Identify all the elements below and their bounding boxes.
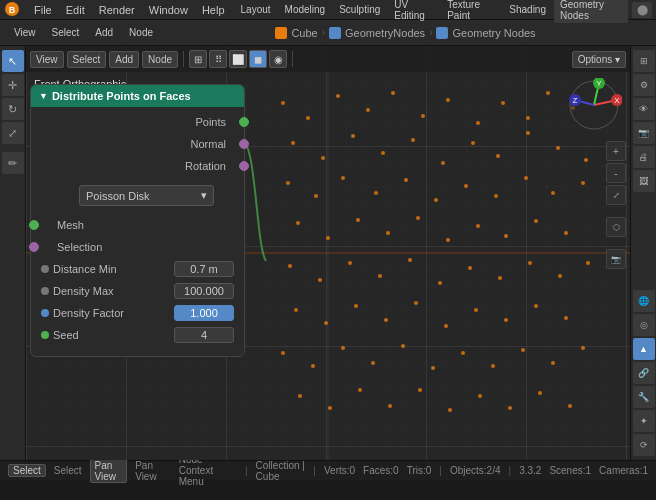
viewport[interactable]: View Select Add Node ⊞ ⠿ ⬜ ◼ ◉ Options ▾ <box>26 46 630 460</box>
right-panel-eye[interactable]: 👁 <box>633 98 655 120</box>
input-densfactor-row: Density Factor 1.000 <box>31 302 244 324</box>
menu-render[interactable]: Render <box>93 2 141 18</box>
output-rotation-label: Rotation <box>37 160 230 172</box>
status-sep4: | <box>509 465 512 476</box>
right-panel-constraint[interactable]: 🔗 <box>633 362 655 384</box>
tab-layout[interactable]: Layout <box>235 2 277 17</box>
input-selection-socket[interactable] <box>29 242 39 252</box>
input-densmax-value[interactable]: 100.000 <box>174 283 234 299</box>
status-objects: Objects:2/4 <box>450 465 501 476</box>
tool-annotate[interactable]: ✏ <box>2 152 24 174</box>
axis-gizmo[interactable]: X Y Z <box>567 78 622 133</box>
status-sep1: | <box>245 465 248 476</box>
vp-camera[interactable]: 📷 <box>606 249 626 269</box>
header-node-btn[interactable]: Node <box>123 25 159 40</box>
status-collection: Collection | Cube <box>256 460 306 482</box>
node-header[interactable]: ▼ Distribute Points on Faces <box>31 85 244 107</box>
right-panel-object[interactable]: ▲ <box>633 338 655 360</box>
tab-geometry-nodes[interactable]: Geometry Nodes <box>554 0 628 23</box>
status-sep3: | <box>439 465 442 476</box>
header-select-btn[interactable]: Select <box>46 25 86 40</box>
status-sep2: | <box>313 465 316 476</box>
menu-window[interactable]: Window <box>143 2 194 18</box>
dropdown-value: Poisson Disk <box>86 190 150 202</box>
right-panel-outliner[interactable]: ⊞ <box>633 50 655 72</box>
status-faces: Faces:0 <box>363 465 399 476</box>
header-add-btn[interactable]: Add <box>89 25 119 40</box>
tab-uv-editing[interactable]: UV Editing <box>388 0 439 23</box>
tool-move[interactable]: ✛ <box>2 74 24 96</box>
input-distmin-value[interactable]: 0.7 m <box>174 261 234 277</box>
vp-persp[interactable]: ⬡ <box>606 217 626 237</box>
input-densmax-label: Density Max <box>53 285 170 297</box>
header-bar: View Select Add Node Cube › GeometryNode… <box>0 20 656 46</box>
input-selection-row: Selection <box>31 236 244 258</box>
vp-icon-dots[interactable]: ⠿ <box>209 50 227 68</box>
main-area: ↖ ✛ ↻ ⤢ ✏ View Select Add Node ⊞ ⠿ ⬜ ◼ ◉ <box>0 46 656 460</box>
right-panel-world[interactable]: ◎ <box>633 314 655 336</box>
status-version: 3.3.2 <box>519 465 541 476</box>
menu-edit[interactable]: Edit <box>60 2 91 18</box>
breadcrumb-icon-node2 <box>436 27 448 39</box>
status-select-label: Select <box>54 465 82 476</box>
vp-zoom-out[interactable]: - <box>606 163 626 183</box>
viewport-toolbar: View Select Add Node ⊞ ⠿ ⬜ ◼ ◉ Options ▾ <box>26 46 630 72</box>
right-panel-output[interactable]: 🖨 <box>633 146 655 168</box>
status-tris: Tris:0 <box>407 465 432 476</box>
vp-icon-mesh[interactable]: ⬜ <box>229 50 247 68</box>
status-key-select: Select <box>8 464 46 477</box>
vp-add-btn[interactable]: Add <box>109 51 139 68</box>
input-mesh-row: Mesh <box>31 214 244 236</box>
tab-shading[interactable]: Shading <box>503 2 552 17</box>
output-points-socket[interactable] <box>239 117 249 127</box>
vp-zoom-in[interactable]: + <box>606 141 626 161</box>
breadcrumb-cube: Cube <box>291 27 317 39</box>
vp-select-btn[interactable]: Select <box>67 51 107 68</box>
svg-text:B: B <box>9 5 16 15</box>
vp-zoom-fit[interactable]: ⤢ <box>606 185 626 205</box>
input-distmin-row: Distance Min 0.7 m <box>31 258 244 280</box>
input-mesh-label: Mesh <box>57 219 234 231</box>
node-collapse-arrow[interactable]: ▼ <box>39 91 48 101</box>
right-panel-physics[interactable]: ⟳ <box>633 434 655 456</box>
vp-node-btn[interactable]: Node <box>142 51 178 68</box>
status-bar: Select Select Pan View Pan View Node Con… <box>0 460 656 480</box>
status-key-pan: Pan View <box>90 459 128 483</box>
node-panel: ▼ Distribute Points on Faces Points Norm… <box>30 84 245 357</box>
svg-text:X: X <box>614 96 620 105</box>
right-panel-particles[interactable]: ✦ <box>633 410 655 432</box>
input-mesh-socket[interactable] <box>29 220 39 230</box>
tab-texture-paint[interactable]: Texture Paint <box>441 0 501 23</box>
right-panel-modifier[interactable]: 🔧 <box>633 386 655 408</box>
header-view-btn[interactable]: View <box>8 25 42 40</box>
menu-help[interactable]: Help <box>196 2 231 18</box>
breadcrumb: Cube › GeometryNodes › Geometry Nodes <box>275 27 535 39</box>
output-rotation-socket[interactable] <box>239 161 249 171</box>
tool-select[interactable]: ↖ <box>2 50 24 72</box>
tab-modeling[interactable]: Modeling <box>279 2 332 17</box>
vp-icon-grid[interactable]: ⊞ <box>189 50 207 68</box>
input-densfactor-value[interactable]: 1.000 <box>174 305 234 321</box>
tool-scale[interactable]: ⤢ <box>2 122 24 144</box>
right-panel-view[interactable]: 🖼 <box>633 170 655 192</box>
vp-icon-mat[interactable]: ◼ <box>249 50 267 68</box>
input-seed-label: Seed <box>53 329 170 341</box>
input-seed-value[interactable]: 4 <box>174 327 234 343</box>
vp-icon-render[interactable]: ◉ <box>269 50 287 68</box>
tab-sculpting[interactable]: Sculpting <box>333 2 386 17</box>
input-densfactor-dot <box>41 309 49 317</box>
output-normal-socket[interactable] <box>239 139 249 149</box>
status-scenes: Scenes:1 <box>549 465 591 476</box>
right-panel-properties[interactable]: ⚙ <box>633 74 655 96</box>
status-verts: Verts:0 <box>324 465 355 476</box>
tool-rotate[interactable]: ↻ <box>2 98 24 120</box>
distribution-dropdown[interactable]: Poisson Disk ▾ <box>79 185 214 206</box>
status-cameras: Cameras:1 <box>599 465 648 476</box>
vp-options-btn[interactable]: Options ▾ <box>572 51 626 68</box>
menu-file[interactable]: File <box>28 2 58 18</box>
output-points-row: Points <box>31 111 244 133</box>
right-panel-render[interactable]: 📷 <box>633 122 655 144</box>
breadcrumb-icon-cube <box>275 27 287 39</box>
vp-view-btn[interactable]: View <box>30 51 64 68</box>
right-panel-scene[interactable]: 🌐 <box>633 290 655 312</box>
